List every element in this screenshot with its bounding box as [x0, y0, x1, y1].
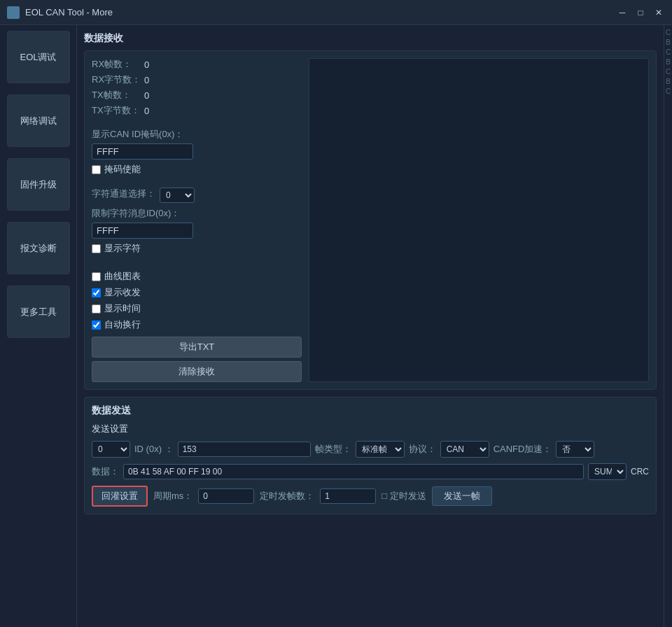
- data-receive-title: 数据接收: [84, 32, 657, 45]
- show-txrx-label: 显示收发: [104, 286, 141, 299]
- show-char-checkbox[interactable]: [92, 244, 101, 253]
- show-time-checkbox[interactable]: [92, 304, 101, 314]
- frame-type-select[interactable]: 标准帧: [356, 441, 405, 458]
- char-channel-label: 字符通道选择：: [92, 188, 155, 200]
- char-channel-row: 字符通道选择： 0: [92, 188, 302, 203]
- window-title: EOL CAN Tool - More: [25, 7, 616, 17]
- send-config-row: 0 ID (0x) ： 帧类型： 标准帧 协议： CAN CANFD加速： 否: [92, 441, 649, 458]
- sidebar-item-net-debug[interactable]: 网络调试: [7, 94, 70, 147]
- show-txrx-row: 显示收发: [92, 286, 302, 299]
- period-input[interactable]: [198, 488, 254, 504]
- auto-newline-checkbox[interactable]: [92, 320, 101, 330]
- app-icon: [7, 6, 20, 19]
- hint-c4: C: [666, 87, 671, 95]
- protocol-select[interactable]: CAN: [440, 441, 489, 458]
- tx-frames-row: TX帧数： 0: [92, 89, 302, 101]
- id-label: ID (0x) ：: [134, 443, 174, 456]
- send-count-input[interactable]: [320, 488, 376, 504]
- hint-b3: B: [666, 78, 671, 85]
- main-content: 数据接收 RX帧数： 0 RX字节数： 0 TX帧数： 0 TX字节数：: [77, 25, 664, 627]
- auto-newline-label: 自动换行: [104, 318, 141, 331]
- can-id-mask-input[interactable]: [92, 143, 193, 160]
- fill-settings-button[interactable]: 回灌设置: [92, 486, 148, 507]
- rx-bytes-row: RX字节数： 0: [92, 73, 302, 86]
- curve-chart-label: 曲线图表: [104, 270, 141, 283]
- mask-enable-label: 掩码使能: [104, 163, 141, 176]
- data-send-title: 数据发送: [92, 404, 649, 417]
- rx-frames-value: 0: [144, 59, 149, 70]
- rx-bytes-label: RX字节数：: [92, 73, 141, 86]
- id-input[interactable]: [178, 442, 311, 457]
- receive-left: RX帧数： 0 RX字节数： 0 TX帧数： 0 TX字节数： 0 显示CAN: [92, 58, 302, 382]
- mask-enable-checkbox[interactable]: [92, 165, 101, 174]
- data-input[interactable]: [123, 464, 584, 479]
- rx-frames-row: RX帧数： 0: [92, 58, 302, 71]
- send-count-label: 定时发帧数：: [260, 490, 314, 502]
- data-row: 数据： SUM CRC: [92, 463, 649, 480]
- crc-label: CRC: [631, 467, 649, 477]
- right-hint-panel: C B C B C B C: [664, 25, 672, 627]
- tx-bytes-label: TX字节数：: [92, 104, 141, 117]
- curve-chart-checkbox[interactable]: [92, 272, 101, 281]
- hint-b2: B: [666, 58, 671, 66]
- window-controls: ─ □ ✕: [616, 6, 665, 19]
- char-channel-select[interactable]: 0: [160, 188, 195, 203]
- tx-frames-value: 0: [144, 90, 149, 101]
- show-char-row: 显示字符: [92, 242, 302, 255]
- receive-display-area: [309, 58, 649, 382]
- close-button[interactable]: ✕: [652, 6, 665, 19]
- mask-enable-row: 掩码使能: [92, 163, 302, 176]
- data-send-section: 数据发送 发送设置 0 ID (0x) ： 帧类型： 标准帧 协议： CAN C…: [84, 397, 657, 514]
- send-settings-title: 发送设置: [92, 423, 649, 435]
- show-char-label: 显示字符: [104, 242, 141, 255]
- send-one-button[interactable]: 发送一帧: [432, 486, 492, 506]
- frame-type-label: 帧类型：: [315, 443, 351, 456]
- bottom-send-row: 回灌设置 周期ms： 定时发帧数： □ 定时发送 发送一帧: [92, 486, 649, 507]
- rx-frames-label: RX帧数：: [92, 58, 141, 71]
- app-container: EOL调试 网络调试 固件升级 报文诊断 更多工具 数据接收 RX帧数： 0: [0, 25, 672, 627]
- rx-bytes-value: 0: [144, 75, 149, 85]
- char-msg-id-label: 限制字符消息ID(0x)：: [92, 207, 302, 220]
- show-txrx-checkbox[interactable]: [92, 288, 101, 297]
- canfd-boost-label: CANFD加速：: [493, 443, 552, 456]
- data-label: 数据：: [92, 465, 119, 478]
- can-id-mask-label: 显示CAN ID掩码(0x)：: [92, 128, 302, 141]
- protocol-label: 协议：: [409, 443, 436, 456]
- clear-receive-button[interactable]: 清除接收: [92, 361, 302, 382]
- char-msg-id-input[interactable]: [92, 223, 193, 239]
- tx-frames-label: TX帧数：: [92, 89, 141, 101]
- sidebar-item-eol-debug[interactable]: EOL调试: [7, 31, 70, 83]
- data-receive-section: RX帧数： 0 RX字节数： 0 TX帧数： 0 TX字节数： 0 显示CAN: [84, 50, 657, 390]
- sidebar-item-more-tools[interactable]: 更多工具: [7, 286, 70, 338]
- sidebar-item-firmware[interactable]: 固件升级: [7, 158, 70, 211]
- curve-chart-row: 曲线图表: [92, 270, 302, 283]
- minimize-button[interactable]: ─: [616, 6, 629, 19]
- timed-send-label: □ 定时发送: [382, 490, 426, 502]
- auto-newline-row: 自动换行: [92, 318, 302, 331]
- show-time-label: 显示时间: [104, 302, 141, 315]
- channel-select[interactable]: 0: [92, 441, 130, 458]
- sidebar: EOL调试 网络调试 固件升级 报文诊断 更多工具: [0, 25, 77, 627]
- tx-bytes-value: 0: [144, 106, 149, 116]
- hint-c3: C: [666, 68, 671, 76]
- titlebar: EOL CAN Tool - More ─ □ ✕: [0, 0, 672, 25]
- show-time-row: 显示时间: [92, 302, 302, 315]
- hint-c1: C: [666, 29, 671, 36]
- sum-select[interactable]: SUM: [588, 463, 626, 480]
- tx-bytes-row: TX字节数： 0: [92, 104, 302, 117]
- export-txt-button[interactable]: 导出TXT: [92, 337, 302, 358]
- sidebar-item-packet-diag[interactable]: 报文诊断: [7, 222, 70, 274]
- hint-c2: C: [666, 48, 671, 56]
- period-label: 周期ms：: [153, 490, 192, 502]
- maximize-button[interactable]: □: [634, 6, 647, 19]
- hint-b1: B: [666, 38, 671, 46]
- canfd-boost-select[interactable]: 否: [556, 441, 594, 458]
